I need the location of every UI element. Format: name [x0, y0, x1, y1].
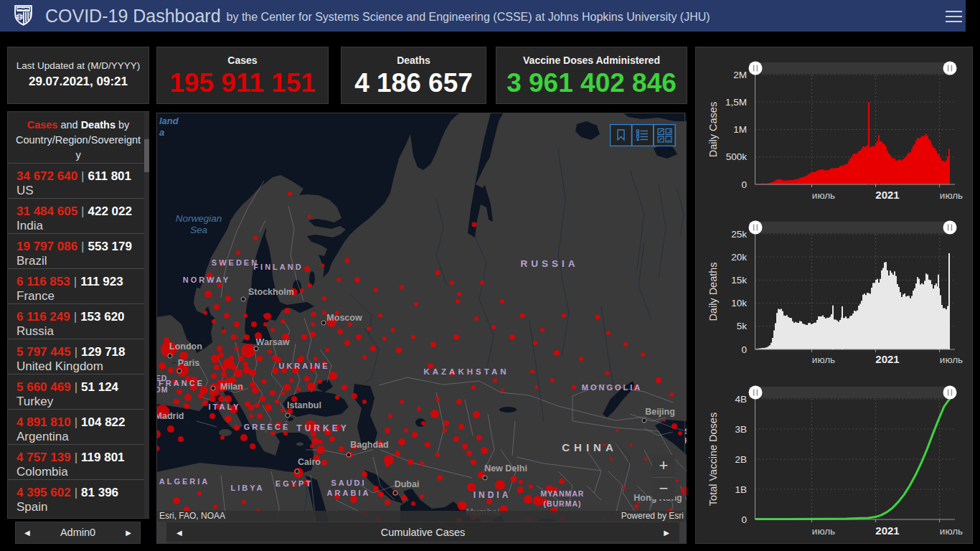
svg-text:2M: 2M: [733, 70, 747, 80]
svg-text:20k: 20k: [731, 252, 747, 263]
svg-text:15k: 15k: [731, 275, 747, 286]
svg-text:2B: 2B: [735, 454, 747, 465]
svg-text:1M: 1M: [733, 124, 747, 135]
svg-text:3B: 3B: [735, 424, 747, 435]
svg-text:июль: июль: [940, 354, 963, 365]
svg-text:4B: 4B: [735, 394, 747, 405]
svg-text:июль: июль: [812, 526, 835, 537]
svg-text:5k: 5k: [737, 321, 748, 331]
svg-text:0: 0: [741, 514, 747, 525]
svg-text:1,5M: 1,5M: [725, 97, 747, 108]
svg-text:0: 0: [741, 179, 747, 190]
svg-text:10k: 10k: [731, 298, 747, 309]
svg-text:2021: 2021: [875, 353, 899, 365]
svg-text:2021: 2021: [875, 524, 899, 537]
svg-text:0: 0: [741, 344, 747, 355]
svg-text:500k: 500k: [726, 151, 748, 162]
svg-text:2021: 2021: [875, 189, 899, 201]
svg-text:июль: июль: [940, 190, 963, 201]
svg-text:Daily Deaths: Daily Deaths: [707, 262, 719, 321]
svg-text:Total Vaccine Doses: Total Vaccine Doses: [707, 413, 719, 506]
svg-text:июль: июль: [812, 190, 835, 201]
svg-text:июль: июль: [812, 354, 835, 365]
svg-text:июль: июль: [940, 526, 963, 537]
svg-text:Daily Cases: Daily Cases: [707, 102, 719, 157]
svg-text:1B: 1B: [735, 484, 747, 495]
svg-text:25k: 25k: [731, 229, 747, 240]
